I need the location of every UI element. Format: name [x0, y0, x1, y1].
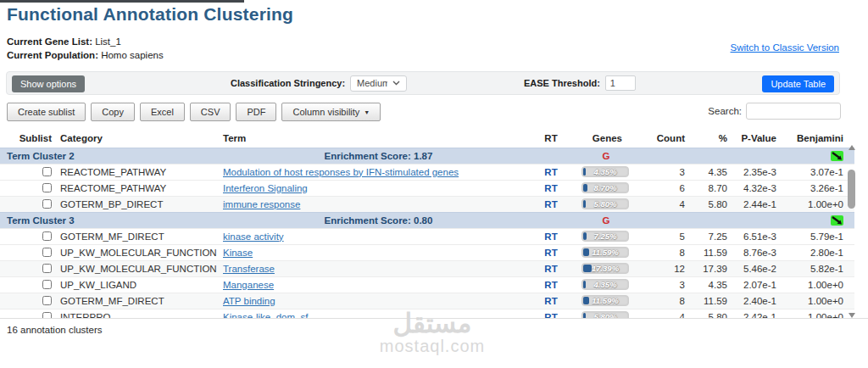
options-bar: Show options Classification Stringency: …	[6, 71, 840, 95]
ease-threshold-control: EASE Threshold:	[524, 72, 636, 94]
stringency-select[interactable]: Medium	[350, 75, 407, 92]
term-link[interactable]: Modulation of host responses by IFN-stim…	[223, 167, 459, 177]
heatmap-view-icon[interactable]	[831, 215, 843, 226]
search-input[interactable]	[746, 103, 841, 120]
genes-bar[interactable]: 8.70%	[581, 182, 629, 193]
count-cell: 8	[644, 244, 692, 260]
benjamini-cell: 3.26e-1	[785, 180, 854, 196]
category-cell: REACTOME_PATHWAY	[54, 164, 222, 180]
table-body: Term Cluster 2Enrichment Score: 1.87GREA…	[0, 148, 854, 319]
genes-bar[interactable]: 7.25%	[581, 231, 629, 242]
sublist-checkbox[interactable]	[42, 183, 52, 192]
rt-link[interactable]: RT	[544, 248, 557, 258]
column-header-sublist[interactable]: Sublist	[0, 130, 54, 148]
term-row: UP_KW_MOLECULAR_FUNCTIONTransferaseRT17.…	[0, 260, 854, 276]
watermark-domain-text: mostaql.com	[363, 337, 502, 355]
percent-cell: 8.70	[692, 180, 734, 196]
button-copy[interactable]: Copy	[91, 103, 135, 121]
sublist-checkbox[interactable]	[42, 312, 52, 319]
percent-cell: 4.35	[692, 164, 734, 180]
genes-bar-percent: 5.80%	[582, 199, 628, 209]
count-cell: 4	[644, 309, 692, 319]
rt-link[interactable]: RT	[544, 280, 557, 290]
button-pdf[interactable]: PDF	[236, 103, 276, 121]
genes-bar[interactable]: 11.59%	[581, 295, 629, 306]
genes-bar[interactable]: 4.35%	[581, 279, 629, 290]
cluster-name: Term Cluster 3	[0, 212, 222, 228]
show-options-button[interactable]: Show options	[12, 75, 85, 92]
button-csv[interactable]: CSV	[190, 103, 231, 121]
chevron-down-icon	[392, 81, 400, 86]
term-link[interactable]: Kinase-like_dom_sf	[223, 312, 308, 319]
current-selection-info: Current Gene List: List_1 Current Popula…	[7, 35, 164, 62]
sublist-checkbox[interactable]	[42, 264, 52, 273]
pvalue-cell: 2.40e-1	[734, 293, 785, 309]
switch-to-classic-link[interactable]: Switch to Classic Version	[731, 42, 839, 53]
benjamini-cell: 1.00e+0	[785, 309, 854, 319]
scrollbar-up-arrow-icon[interactable]	[849, 145, 855, 150]
column-header-genes[interactable]: Genes	[568, 130, 644, 148]
count-cell: 5	[644, 228, 692, 244]
count-cell: 3	[644, 164, 692, 180]
column-visibility-button[interactable]: Column visibility▼	[281, 103, 381, 121]
column-header-p-value[interactable]: P-Value	[734, 130, 785, 148]
pvalue-cell: 4.32e-3	[734, 180, 785, 196]
scrollbar-down-arrow-icon[interactable]	[849, 313, 855, 318]
heatmap-view-icon[interactable]	[831, 151, 843, 161]
rt-link[interactable]: RT	[544, 199, 557, 209]
genes-bar[interactable]: 5.80%	[581, 311, 629, 319]
genes-group-marker[interactable]: G	[568, 151, 644, 161]
genes-bar-percent: 11.59%	[582, 248, 628, 258]
stringency-label: Classification Stringency:	[231, 78, 345, 88]
button-excel[interactable]: Excel	[140, 103, 185, 121]
ease-threshold-input[interactable]	[605, 75, 636, 91]
column-header--[interactable]: %	[692, 130, 734, 148]
rt-link[interactable]: RT	[544, 167, 557, 177]
pvalue-cell: 2.07e-1	[734, 276, 785, 293]
term-link[interactable]: Kinase	[223, 248, 253, 258]
sublist-checkbox[interactable]	[42, 296, 52, 305]
scrollbar-thumb[interactable]	[848, 170, 855, 209]
sublist-checkbox[interactable]	[42, 248, 52, 257]
cluster-enrichment-score: Enrichment Score: 1.87	[222, 148, 534, 164]
benjamini-cell: 1.00e+0	[785, 276, 854, 293]
rt-link[interactable]: RT	[544, 312, 557, 319]
sublist-checkbox[interactable]	[42, 167, 52, 176]
pvalue-cell: 2.42e-1	[734, 309, 785, 319]
column-header-category[interactable]: Category	[54, 130, 222, 148]
update-table-button[interactable]: Update Table	[762, 75, 834, 92]
sublist-checkbox[interactable]	[42, 199, 52, 209]
genes-bar[interactable]: 5.80%	[581, 198, 629, 209]
genes-bar[interactable]: 11.59%	[581, 247, 629, 258]
category-cell: GOTERM_MF_DIRECT	[54, 228, 222, 244]
column-header-count[interactable]: Count	[644, 130, 692, 148]
genes-group-marker[interactable]: G	[568, 215, 644, 226]
current-gene-list: Current Gene List: List_1	[7, 35, 164, 48]
term-row: GOTERM_BP_DIRECTimmune responseRT5.80%45…	[0, 196, 854, 212]
rt-link[interactable]: RT	[544, 183, 557, 193]
rt-link[interactable]: RT	[544, 231, 557, 242]
genes-bar[interactable]: 17.39%	[581, 263, 629, 274]
stringency-selected-value: Medium	[357, 78, 387, 88]
genes-bar[interactable]: 4.35%	[581, 166, 629, 177]
rt-link[interactable]: RT	[544, 264, 557, 274]
column-header-rt[interactable]: RT	[534, 130, 568, 148]
term-link[interactable]: Transferase	[223, 264, 275, 274]
term-link[interactable]: immune response	[223, 199, 300, 209]
button-create-sublist[interactable]: Create sublist	[7, 103, 86, 121]
term-link[interactable]: Interferon Signaling	[223, 183, 308, 193]
sublist-checkbox[interactable]	[42, 231, 52, 241]
pvalue-cell: 2.35e-3	[734, 164, 785, 180]
term-link[interactable]: ATP binding	[223, 296, 275, 306]
term-link[interactable]: kinase activity	[223, 231, 284, 242]
column-header-benjamini[interactable]: Benjamini	[785, 130, 854, 148]
genes-bar-percent: 7.25%	[582, 231, 628, 242]
column-header-term[interactable]: Term	[222, 130, 534, 148]
term-row: GOTERM_MF_DIRECTkinase activityRT7.25%57…	[0, 228, 854, 244]
ease-threshold-label: EASE Threshold:	[524, 78, 600, 88]
term-link[interactable]: Manganese	[223, 280, 274, 290]
term-row: REACTOME_PATHWAYModulation of host respo…	[0, 164, 854, 180]
sublist-checkbox[interactable]	[42, 280, 52, 289]
genes-bar-percent: 8.70%	[582, 183, 628, 193]
rt-link[interactable]: RT	[544, 296, 557, 306]
